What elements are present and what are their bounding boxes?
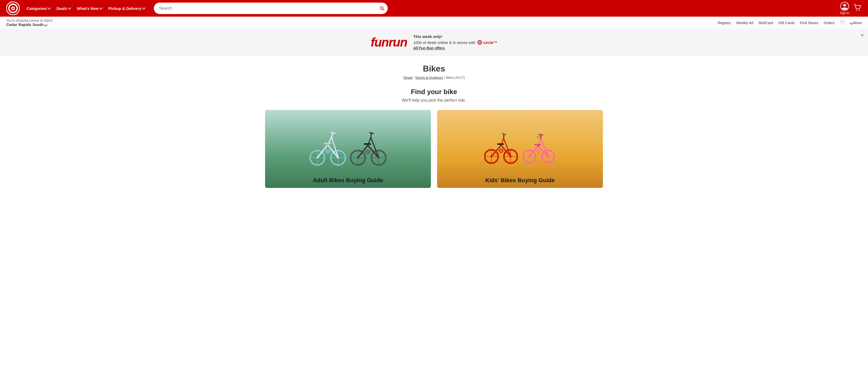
shopping-at-label: You're shopping (closes at 10pm): bbox=[6, 19, 53, 22]
site-header: Categories Deals What's New Pickup & Del… bbox=[0, 0, 868, 29]
nav-deals[interactable]: Deals bbox=[54, 4, 73, 13]
svg-rect-44 bbox=[364, 143, 371, 145]
nav-whats-new[interactable]: What's New bbox=[74, 4, 105, 13]
svg-line-5 bbox=[383, 9, 384, 10]
sub-nav-weekly-ad[interactable]: Weekly Ad bbox=[736, 21, 753, 25]
store-name[interactable]: Cedar Rapids South bbox=[6, 22, 53, 27]
adult-bikes-guide-card[interactable]: Adult Bikes Buying Guide bbox=[265, 110, 431, 188]
svg-point-3 bbox=[12, 7, 14, 9]
cart-button[interactable] bbox=[854, 3, 862, 13]
svg-line-82 bbox=[541, 135, 541, 139]
kids-bikes-visual bbox=[437, 110, 603, 172]
sub-header: You're shopping (closes at 10pm): Cedar … bbox=[0, 17, 868, 29]
promo-text: This week only! 100s of deals online & i… bbox=[413, 34, 497, 50]
circle-target-icon bbox=[477, 40, 482, 45]
funrun-logo: funrun bbox=[371, 35, 407, 50]
search-button[interactable] bbox=[379, 6, 384, 11]
store-info: You're shopping (closes at 10pm): Cedar … bbox=[6, 19, 53, 27]
sub-nav-registry[interactable]: Registry bbox=[717, 21, 731, 25]
svg-point-7 bbox=[843, 4, 846, 6]
svg-line-29 bbox=[330, 132, 336, 133]
main-content: Bikes Target / Sports & Outdoors / Bikes… bbox=[252, 56, 616, 196]
target-logo[interactable] bbox=[6, 2, 20, 15]
search-icon bbox=[379, 6, 384, 11]
section-title: Find your bike bbox=[258, 88, 610, 96]
chevron-down-icon bbox=[67, 6, 71, 10]
header-right: ▾ Sign in bbox=[840, 2, 862, 15]
nav-pickup-delivery[interactable]: Pickup & Delivery bbox=[106, 4, 148, 13]
search-input[interactable] bbox=[154, 3, 388, 14]
svg-point-10 bbox=[859, 10, 860, 11]
svg-text:▾: ▾ bbox=[847, 3, 848, 5]
promo-this-week: This week only! bbox=[413, 34, 497, 39]
svg-rect-62 bbox=[497, 144, 504, 145]
svg-point-9 bbox=[856, 10, 857, 11]
chevron-down-icon bbox=[142, 6, 146, 10]
breadcrumb: Target / Sports & Outdoors / Bikes (8117… bbox=[258, 76, 610, 80]
section-subtitle: We'll help you pick the perfect ride. bbox=[258, 98, 610, 103]
chevron-down-icon bbox=[47, 6, 51, 10]
guides-grid: Adult Bikes Buying Guide bbox=[265, 110, 603, 188]
sub-nav: Registry Weekly Ad RedCard Gift Cards Fi… bbox=[717, 20, 862, 26]
kids-bike-2-icon bbox=[522, 124, 556, 168]
wishlist-icon[interactable]: ♡ bbox=[840, 20, 845, 26]
page-title: Bikes bbox=[258, 64, 610, 73]
kids-bikes-guide-card[interactable]: Kids' Bikes Buying Guide bbox=[437, 110, 603, 188]
sub-nav-gift-cards[interactable]: Gift Cards bbox=[778, 21, 795, 25]
nav-categories[interactable]: Categories bbox=[24, 4, 53, 13]
svg-point-4 bbox=[380, 6, 383, 9]
cart-icon bbox=[854, 3, 862, 12]
circle-logo: circle™ bbox=[477, 40, 497, 45]
breadcrumb-current: Bikes (8117) bbox=[446, 76, 465, 80]
kids-bikes-guide-label: Kids' Bikes Buying Guide bbox=[437, 173, 603, 188]
main-nav: Categories Deals What's New Pickup & Del… bbox=[24, 4, 148, 13]
search-container bbox=[154, 3, 388, 14]
adult-bike-2-icon bbox=[350, 124, 386, 168]
chevron-down-icon bbox=[99, 6, 103, 10]
more-button[interactable]: More bbox=[850, 21, 862, 25]
breadcrumb-sports[interactable]: Sports & Outdoors bbox=[415, 76, 443, 80]
svg-rect-26 bbox=[324, 143, 332, 144]
promo-banner: funrun This week only! 100s of deals onl… bbox=[0, 29, 868, 56]
svg-line-65 bbox=[502, 134, 506, 135]
adult-bikes-guide-label: Adult Bikes Buying Guide bbox=[265, 173, 431, 188]
sub-nav-redcard[interactable]: RedCard bbox=[758, 21, 773, 25]
svg-rect-80 bbox=[534, 144, 541, 145]
svg-line-28 bbox=[332, 133, 333, 137]
svg-line-83 bbox=[539, 134, 543, 135]
svg-line-46 bbox=[371, 133, 371, 137]
more-dropdown-icon bbox=[850, 21, 854, 25]
store-dropdown-icon bbox=[44, 23, 48, 26]
adult-bike-1-icon bbox=[310, 124, 346, 168]
sub-nav-orders[interactable]: Orders bbox=[824, 21, 835, 25]
breadcrumb-target[interactable]: Target bbox=[403, 76, 412, 80]
close-banner-button[interactable]: × bbox=[861, 32, 864, 38]
promo-deals-text: 100s of deals online & in stores with ci… bbox=[413, 40, 497, 45]
kids-bike-1-icon bbox=[484, 124, 518, 168]
all-fun-run-offers-link[interactable]: All Fun Run offers bbox=[413, 46, 497, 50]
svg-line-47 bbox=[369, 132, 374, 134]
sub-nav-find-stores[interactable]: Find Stores bbox=[800, 21, 818, 25]
svg-line-86 bbox=[539, 134, 539, 139]
adult-bikes-visual bbox=[265, 110, 431, 172]
svg-point-13 bbox=[479, 42, 480, 43]
sign-in-button[interactable]: ▾ Sign in bbox=[840, 2, 849, 15]
account-icon: ▾ bbox=[840, 2, 849, 11]
